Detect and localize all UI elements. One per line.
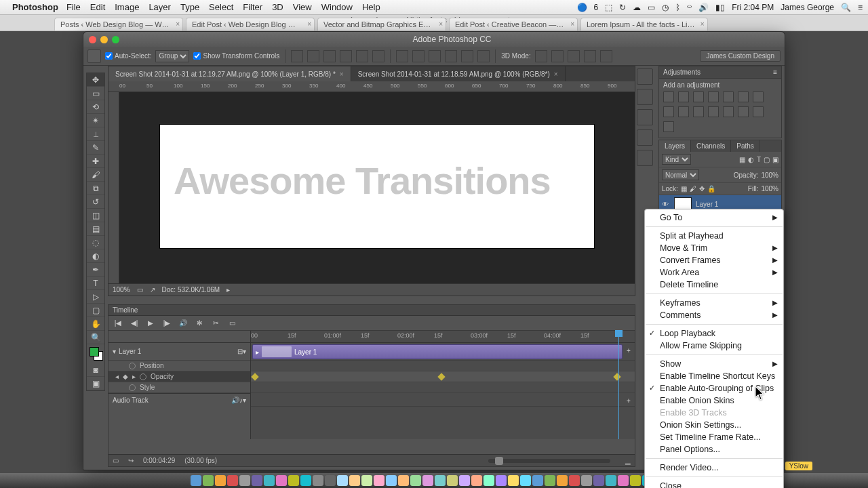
framerate[interactable]: (30.00 fps) bbox=[184, 457, 217, 464]
mode3d-icon[interactable] bbox=[551, 50, 564, 62]
align-left-icon[interactable] bbox=[340, 50, 352, 62]
type-tool[interactable]: T bbox=[87, 277, 104, 290]
close-tab-icon[interactable]: × bbox=[340, 70, 344, 78]
clock[interactable]: Fri 2:04 PM bbox=[732, 3, 774, 12]
dropbox-icon[interactable]: ⬚ bbox=[605, 3, 612, 12]
add-media-icon[interactable]: + bbox=[624, 344, 633, 358]
stamp-tool[interactable]: ⧉ bbox=[87, 182, 104, 195]
convert-frames-icon[interactable]: ▭ bbox=[113, 457, 119, 464]
mute-icon[interactable]: 🔊 bbox=[176, 318, 190, 329]
audio-track-row[interactable]: Audio Track🔊♪▾ bbox=[108, 393, 250, 407]
next-key-icon[interactable]: ▸ bbox=[132, 373, 136, 380]
dock-app-icon[interactable] bbox=[593, 475, 604, 486]
status-icon[interactable]: ▭ bbox=[137, 286, 143, 293]
dock-app-icon[interactable] bbox=[569, 475, 580, 486]
ps-titlebar[interactable]: Adobe Photoshop CC bbox=[83, 32, 785, 47]
heal-tool[interactable]: ✚ bbox=[87, 155, 104, 168]
menu-item[interactable]: Panel Options... bbox=[645, 443, 783, 455]
bw-icon[interactable] bbox=[753, 92, 764, 102]
mode3d-icon[interactable] bbox=[600, 50, 612, 62]
dock-app-icon[interactable] bbox=[398, 475, 409, 486]
quickmask-icon[interactable]: ◙ bbox=[87, 363, 104, 377]
chevron-down-icon[interactable]: ▾ bbox=[113, 348, 116, 355]
browser-tab[interactable]: Vector and Bitmap Graphics Exp…× bbox=[317, 18, 446, 30]
distribute-icon[interactable] bbox=[477, 50, 490, 62]
gradient-tool[interactable]: ▤ bbox=[87, 222, 104, 236]
menu-item[interactable]: Onion Skin Settings... bbox=[645, 419, 783, 431]
dock-app-icon[interactable] bbox=[618, 475, 629, 486]
minimize-icon[interactable] bbox=[100, 36, 108, 43]
character-panel-icon[interactable] bbox=[637, 129, 653, 146]
blend-mode[interactable]: Normal bbox=[662, 169, 699, 180]
properties-panel-icon[interactable] bbox=[637, 109, 653, 125]
menu-image[interactable]: Image bbox=[115, 2, 139, 12]
wifi-icon[interactable]: ⌔ bbox=[687, 3, 692, 12]
menu-item[interactable]: Work Area▶ bbox=[645, 266, 783, 279]
color-swatches[interactable] bbox=[87, 344, 104, 363]
settings-icon[interactable]: ✻ bbox=[193, 318, 206, 329]
gradmap-icon[interactable] bbox=[753, 106, 764, 117]
sync-icon[interactable]: ↻ bbox=[619, 3, 626, 12]
close-tab-icon[interactable]: × bbox=[701, 20, 705, 28]
stopwatch-icon[interactable] bbox=[129, 363, 136, 369]
dock-app-icon[interactable] bbox=[545, 475, 555, 486]
dock-app-icon[interactable] bbox=[374, 475, 384, 486]
menu-file[interactable]: File bbox=[66, 2, 81, 12]
menu-3d[interactable]: 3D bbox=[272, 2, 283, 12]
dock-app-icon[interactable] bbox=[496, 475, 507, 486]
menu-view[interactable]: View bbox=[293, 2, 312, 12]
dock-app-icon[interactable] bbox=[422, 475, 433, 486]
status-icon[interactable]: ↗ bbox=[150, 286, 155, 293]
auto-select-checkbox[interactable]: Auto-Select: bbox=[105, 52, 151, 60]
filter-pixel-icon[interactable]: ▦ bbox=[739, 156, 745, 163]
eyedropper-tool[interactable]: ✎ bbox=[87, 141, 104, 155]
browser-tab[interactable]: Edit Post ‹ Creative Beacon — W…× bbox=[449, 18, 578, 30]
zoom-slider[interactable] bbox=[488, 459, 610, 463]
history-brush-tool[interactable]: ↺ bbox=[87, 195, 104, 209]
panel-menu-icon[interactable]: ≡ bbox=[773, 68, 777, 76]
dock-app-icon[interactable] bbox=[459, 475, 470, 486]
app-name[interactable]: Photoshop bbox=[12, 2, 58, 12]
lookup-icon[interactable] bbox=[693, 106, 704, 117]
marquee-tool[interactable]: ▭ bbox=[87, 87, 104, 100]
distribute-icon[interactable] bbox=[412, 50, 425, 62]
curves-icon[interactable] bbox=[693, 92, 704, 102]
align-vcenter-icon[interactable] bbox=[307, 50, 319, 62]
brightness-icon[interactable] bbox=[663, 92, 674, 102]
tab-paths[interactable]: Paths bbox=[731, 140, 760, 152]
dock-app-icon[interactable] bbox=[276, 475, 287, 486]
close-tab-icon[interactable]: × bbox=[570, 20, 574, 28]
mode3d-icon[interactable] bbox=[584, 50, 596, 62]
dock-app-icon[interactable] bbox=[386, 475, 397, 486]
play-icon[interactable]: ▶ bbox=[144, 318, 157, 329]
dock-app-icon[interactable] bbox=[471, 475, 482, 486]
close-tab-icon[interactable]: × bbox=[439, 20, 443, 28]
distribute-icon[interactable] bbox=[461, 50, 473, 62]
transition-icon[interactable]: ▭ bbox=[225, 318, 239, 329]
menu-item[interactable]: Delete Timeline bbox=[645, 279, 783, 291]
render-icon[interactable]: ↪ bbox=[128, 457, 134, 464]
dock-app-icon[interactable] bbox=[532, 475, 543, 486]
next-frame-icon[interactable]: |▶ bbox=[160, 318, 174, 329]
property-row[interactable]: Style bbox=[108, 382, 250, 393]
zoom-icon[interactable] bbox=[112, 36, 119, 43]
dock-app-icon[interactable] bbox=[313, 475, 323, 486]
timeline-tracks[interactable]: 0015f01:00f15f02:00f15f03:00f15f04:00f15… bbox=[251, 331, 635, 439]
distribute-icon[interactable] bbox=[429, 50, 441, 62]
opacity-value[interactable]: 100% bbox=[761, 171, 778, 179]
menu-item[interactable]: Allow Frame Skipping bbox=[645, 340, 783, 352]
zoom-value[interactable]: 100% bbox=[113, 286, 130, 293]
dock-app-icon[interactable] bbox=[252, 475, 262, 486]
browser-tab[interactable]: Posts ‹ Web Design Blog — Wo…× bbox=[54, 18, 183, 30]
invert-icon[interactable] bbox=[708, 106, 719, 117]
menu-item[interactable]: Show▶ bbox=[645, 358, 783, 370]
posterize-icon[interactable] bbox=[723, 106, 734, 117]
note-icon[interactable]: ♪▾ bbox=[239, 396, 246, 404]
menu-type[interactable]: Type bbox=[180, 2, 199, 12]
close-tab-icon[interactable]: × bbox=[176, 20, 180, 28]
vibrance-icon[interactable] bbox=[723, 92, 734, 102]
menu-item[interactable]: Close bbox=[645, 480, 783, 488]
chevron-right-icon[interactable]: ▸ bbox=[226, 286, 230, 293]
crop-tool[interactable]: ⟂ bbox=[87, 127, 104, 141]
zoom-out-icon[interactable]: ▁ bbox=[625, 457, 631, 464]
